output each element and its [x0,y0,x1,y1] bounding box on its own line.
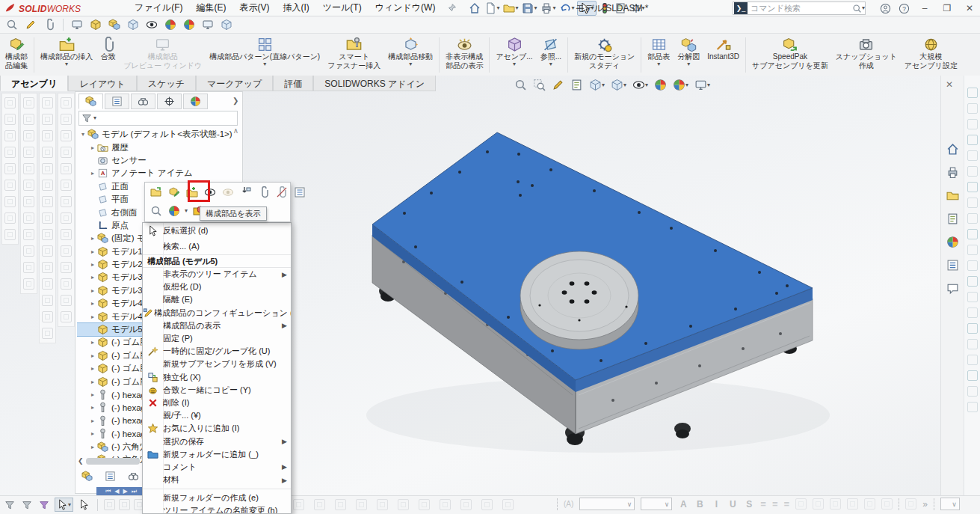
ctx-tool-clip[interactable] [256,186,271,199]
view-tool-monitor[interactable] [70,18,84,31]
context-menu-item[interactable]: 新規サブアセンブリを形成 (V) [143,358,291,370]
expand-arrow-icon[interactable]: ▸ [88,339,97,346]
tree-item[interactable]: ▾モデル (デフォルト<表示状態-1>) [77,128,241,141]
task-pane-list[interactable] [942,254,963,275]
menu-item[interactable]: ファイル(F) [129,0,188,16]
expand-arrow-icon[interactable]: ▸ [88,274,97,281]
view-tool-pencil[interactable] [23,18,38,31]
task-pane-close-icon[interactable]: ✕ [946,79,953,90]
turntable-disc[interactable] [520,251,638,349]
expand-arrow-icon[interactable]: ▸ [88,300,97,307]
tree-item[interactable]: ▸Aアノテート アイテム [77,167,241,180]
quick-tool-doc[interactable]: ▾ [483,1,501,15]
status-funnel[interactable] [3,499,16,511]
ribbon-button-speedpak[interactable]: SpeedPakサブアセンブリを更新 [748,34,832,76]
fm-tab-asm[interactable] [78,94,103,109]
ribbon-button-table[interactable]: 部品表▾ [644,34,674,76]
expand-arrow-icon[interactable]: ▸ [88,313,97,320]
context-menu-item[interactable]: 合致と一緒にコピー (Y) [143,384,291,397]
fm-tab-target[interactable] [157,94,182,109]
expand-arrow-icon[interactable]: ▸ [88,352,97,359]
filter-funnel-icon[interactable] [81,113,92,123]
user-icon[interactable] [880,3,891,14]
ribbon-button-camera[interactable]: スナップショット作成 [832,34,901,76]
expand-arrow-icon[interactable]: ▸ [88,170,97,177]
context-menu-item[interactable]: 一時的に固定/グループ化 (U) [143,345,291,358]
menu-item[interactable]: ツール(T) [317,0,368,16]
ctx-tool-insertbelow[interactable] [238,186,253,199]
tab-マークアップ[interactable]: マークアップ [196,76,273,91]
quick-tool-save[interactable]: ▾ [520,1,538,15]
tree-item[interactable]: センサー [77,154,241,167]
ribbon-button-reference[interactable]: 参照...▾ [537,34,565,76]
fm-tab-binoc[interactable] [131,94,155,109]
status-funnel[interactable] [20,499,34,511]
ctx-tool-folderopen[interactable] [149,186,164,199]
hud-tool-sheet[interactable] [569,78,585,92]
expand-arrow-icon[interactable]: ▸ [88,379,97,385]
task-pane-print[interactable] [942,162,963,183]
tab-アセンブリ[interactable]: アセンブリ [0,76,68,91]
status-funnelp[interactable] [37,499,51,511]
expand-arrow-icon[interactable]: ▸ [88,261,97,268]
menu-item[interactable]: 挿入(I) [277,0,315,16]
context-menu-item[interactable]: 選択の保存▶ [143,435,291,447]
expand-arrow-icon[interactable]: ▾ [78,131,87,138]
context-menu-item[interactable]: ツリー アイテムの名前変更 (h) [143,504,291,514]
status-select-tool[interactable]: ▾ [55,498,73,512]
view-tool-sphere[interactable] [182,18,197,31]
ribbon-button-editcomp[interactable]: 構成部品編集 [1,34,31,76]
hud-tool-sphere[interactable] [653,78,668,92]
view-tool-asm[interactable] [107,18,122,31]
expand-arrow-icon[interactable]: ▸ [88,430,97,437]
ctx-tool-editcomp[interactable] [167,186,182,199]
task-pane-sphere[interactable] [942,231,963,252]
context-menu-item[interactable]: コメント▶ [143,461,291,474]
ribbon-button-grid[interactable]: 構成部品パターン(直線パターン)▾ [206,34,324,76]
context-menu-item[interactable]: 隔離 (E) [143,293,291,306]
hud-tool-sphere[interactable]: ▾ [671,78,690,92]
hscroll-thumb[interactable] [86,458,140,465]
tab-評価[interactable]: 評価 [273,76,313,91]
expand-arrow-icon[interactable]: ▸ [88,391,97,398]
fm-tabs-overflow[interactable]: ❯ [232,97,238,105]
context-menu-item[interactable]: 非表示のツリー アイテム▶ [143,268,291,281]
ribbon-button-asmfeat[interactable]: アセンブ...▾ [492,34,536,76]
ribbon-button-insertcomp[interactable]: 構成部品の挿入▾ [37,34,96,76]
view-tool-part[interactable] [88,18,103,31]
context-menu-item[interactable]: 新規フォルダーに追加 (_) [143,448,291,461]
expand-arrow-icon[interactable]: ▸ [88,404,97,411]
help-icon[interactable]: ? [899,3,910,14]
pin-icon[interactable] [447,3,457,13]
ctx-tool-sphere[interactable] [167,204,182,218]
hud-tool-search[interactable] [513,78,528,92]
ctx-tool-clip2[interactable] [274,186,289,199]
tree-item[interactable]: ▸履歴 [77,141,241,153]
hud-tool-eye[interactable]: ▾ [631,78,650,92]
context-menu-item[interactable]: 親/子... (¥) [143,409,291,422]
menu-item[interactable]: 編集(E) [190,0,232,16]
search-caret-icon[interactable]: ▾ [862,5,865,11]
quick-tool-folder[interactable]: ▾ [502,1,520,15]
ribbon-button-largeasm[interactable]: 大規模アセンブリ設定 [901,34,961,76]
hud-tool-pencil[interactable] [550,78,566,92]
quick-tool-undo[interactable]: ▾ [558,1,576,15]
status-select-alt[interactable] [77,498,91,511]
ribbon-button-fastener[interactable]: スマートファスナー挿入 [324,34,384,76]
expand-arrow-icon[interactable]: ▸ [88,235,97,242]
context-menu-item[interactable]: 新規フォルダーの作成 (e) [143,492,291,504]
ctx-caret-icon[interactable]: ▾ [185,208,188,214]
ribbon-button-movecomp[interactable]: 構成部品移動▾ [384,34,437,76]
hud-tool-cube[interactable]: ▾ [609,78,628,92]
view-tool-cube[interactable] [219,18,234,31]
context-menu-item[interactable]: お気に入りに追加 (I) [143,422,291,435]
quick-tool-home[interactable] [467,1,482,15]
restore-button[interactable]: ❐ [940,3,955,13]
ctx-tool-eyeoff[interactable] [221,186,235,199]
view-tool-eye[interactable] [144,18,159,31]
expand-arrow-icon[interactable]: ▸ [88,365,97,372]
hud-tool-monitor[interactable]: ▾ [693,78,712,92]
quick-tool-print[interactable]: ▾ [539,1,557,15]
menu-item[interactable]: 表示(V) [233,0,275,16]
context-menu-item[interactable]: 材料▶ [143,474,291,486]
